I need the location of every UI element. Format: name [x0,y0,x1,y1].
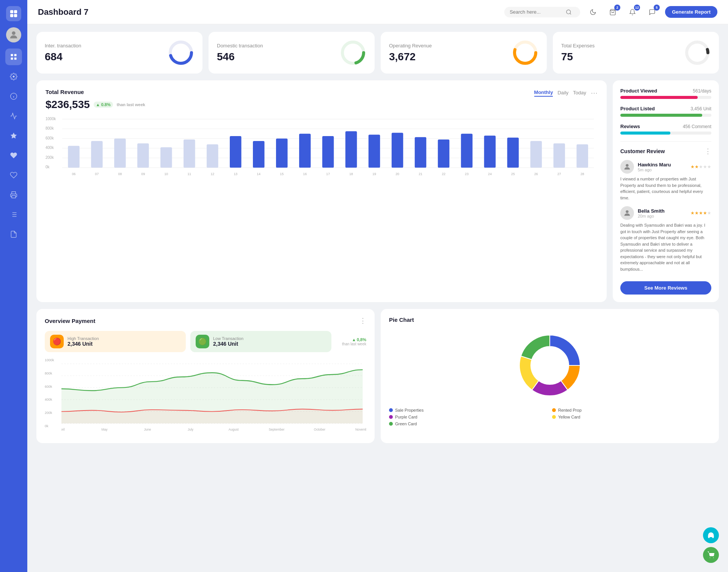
shopping-badge: 2 [614,5,620,11]
svg-rect-41 [114,139,126,168]
page-title: Dashboard 7 [38,7,88,17]
headphone-icon [707,531,715,539]
stat-info: Operating Revenue 3,672 [389,43,432,63]
support-float-btn[interactable] [703,527,719,543]
legend-label-2: Purple Card [395,415,417,419]
review-item-1: Bella Smith 20m ago ★★★★★ Dealing with S… [620,206,711,272]
avatar[interactable] [6,27,21,42]
svg-text:28: 28 [581,172,584,176]
panel-stat-value-1: 3,456 Unit [690,106,711,111]
bell-btn[interactable]: 12 [626,5,639,19]
stat-card-total-expenses: Total Expenses 75 [553,32,719,74]
reviewer-name-0: Hawkins Maru [638,162,687,168]
sidebar-item-heart2[interactable] [5,167,22,183]
sidebar-item-analytics[interactable] [5,108,22,124]
pie-title: Pie Chart [389,317,711,323]
app-logo[interactable] [6,6,21,21]
progress-fill-0 [620,96,698,99]
panel-stat-0: Product Viewed 561/days [620,88,711,99]
svg-rect-0 [10,10,13,13]
stat-card-operating-revenue: Operating Revenue 3,672 [381,32,547,74]
svg-text:21: 21 [419,172,422,176]
theme-toggle-btn[interactable] [586,5,600,19]
transaction-badges: 🔴 High Transaction 2,346 Unit 🟢 Low Tran… [45,331,366,352]
stats-panel: Product Viewed 561/days Product Listed 3… [613,80,719,302]
legend-item-0: Sale Properties [389,408,548,412]
sidebar-item-print[interactable] [5,186,22,203]
stat-card-inter-transaction: Inter. transaction 684 [36,32,202,74]
svg-text:26: 26 [534,172,538,176]
cart-float-btn[interactable] [703,547,719,563]
see-more-reviews-button[interactable]: See More Reviews [620,281,711,295]
middle-row: Total Revenue Monthly Daily Today ⋯ $236… [36,80,719,302]
svg-rect-53 [253,141,264,168]
panel-stat-label-2: Reviews [620,124,640,129]
legend-item-2: Purple Card [389,415,548,419]
panel-stat-header-0: Product Viewed 561/days [620,88,711,94]
stat-value-2: 3,672 [389,51,432,63]
tab-daily[interactable]: Daily [557,90,568,96]
bottom-row: Overview Payment ⋮ 🔴 High Transaction 2,… [36,309,719,443]
svg-text:10: 10 [165,172,168,176]
sidebar-item-list[interactable] [5,206,22,223]
svg-point-84 [626,210,628,213]
payment-more-icon[interactable]: ⋮ [359,317,366,325]
svg-rect-39 [91,141,102,168]
svg-rect-61 [345,131,357,168]
sidebar-item-favorites[interactable] [5,127,22,144]
search-input[interactable] [510,9,563,15]
revenue-title: Total Revenue [46,89,84,95]
y-axis: 1000k 800k 600k 400k 200k 0k [46,117,61,170]
tab-monthly[interactable]: Monthly [534,89,553,97]
more-options-icon[interactable]: ⋯ [591,89,598,97]
sidebar-item-settings[interactable] [5,68,22,85]
message-btn[interactable]: 5 [645,5,659,19]
line-chart-svg: AprilMayJuneJulyAugustSeptemberOctoberNo… [61,358,366,434]
progress-bar-1 [620,114,711,117]
svg-rect-65 [392,133,403,168]
svg-text:17: 17 [326,172,330,176]
search-box[interactable] [504,7,580,17]
generate-report-button[interactable]: Generate Report [665,6,717,18]
svg-rect-5 [11,54,13,56]
stat-info: Total Expenses 75 [561,43,595,63]
svg-text:20: 20 [395,172,399,176]
y-label-1: 800k [46,126,61,130]
shopping-btn[interactable]: 2 [606,5,620,19]
reviewer-name-1: Bella Smith [638,208,687,214]
legend-label-3: Yellow Card [558,415,580,419]
svg-text:September: September [269,428,285,431]
svg-rect-8 [14,58,17,60]
svg-text:22: 22 [442,172,446,176]
bar-chart-svg: 0607080910111213141516171819202122232425… [62,117,598,177]
sidebar-item-heart[interactable] [5,147,22,164]
tab-today[interactable]: Today [573,90,586,96]
sidebar-item-info[interactable] [5,88,22,105]
svg-rect-45 [160,147,172,168]
stat-info: Domestic transaction 546 [217,43,263,63]
stats-row: Inter. transaction 684 Domestic transact… [36,32,719,74]
stat-value-0: 684 [45,51,81,63]
line-y-axis: 1000k 800k 600k 400k 200k 0k [45,358,60,428]
sidebar-item-doc[interactable] [5,226,22,243]
search-icon [566,9,572,15]
progress-fill-1 [620,114,702,117]
header: Dashboard 7 2 12 5 Generate Report [27,0,728,24]
sidebar [0,0,27,572]
panel-stat-1: Product Listed 3,456 Unit [620,106,711,117]
cart-icon [707,551,715,559]
sidebar-item-dashboard[interactable] [5,49,22,65]
legend-dot-1 [552,408,556,412]
legend-dot-0 [389,408,393,412]
stars-0: ★★★★★ [690,164,711,169]
svg-point-99 [710,558,711,558]
svg-point-29 [687,42,708,63]
svg-rect-13 [12,196,16,198]
svg-point-100 [713,558,714,558]
payment-header: Overview Payment ⋮ [45,317,366,325]
review-more-icon[interactable]: ⋮ [704,147,711,155]
svg-rect-1 [14,10,17,13]
reviewer-info-1: Bella Smith 20m ago [638,208,687,218]
stars-1: ★★★★★ [690,210,711,216]
donut-chart-0 [168,39,194,66]
